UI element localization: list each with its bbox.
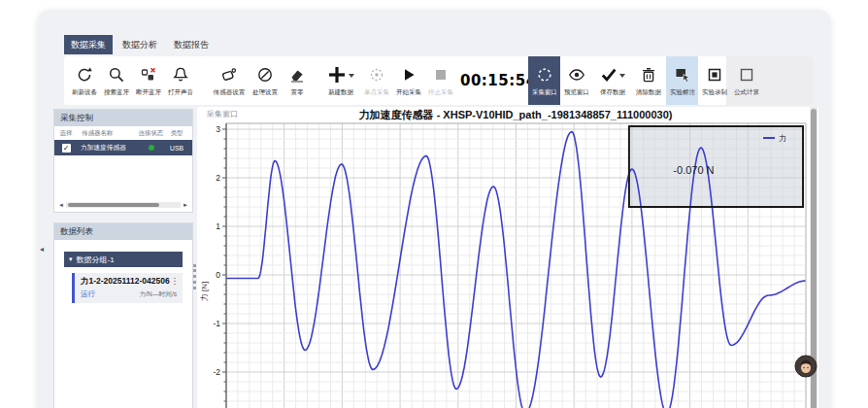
data-group-header[interactable]: ▾数据分组-1: [64, 252, 183, 267]
refresh-device-button[interactable]: 刷新设备: [68, 56, 100, 105]
stop-collect-button[interactable]: 停止采集: [424, 56, 456, 105]
y-tick-label: 1: [216, 221, 220, 231]
dataset-name: 力1-2-20251112-042506: [81, 276, 170, 288]
set-zero-button[interactable]: 置零: [281, 56, 313, 105]
column-header: 传感器名称: [82, 129, 128, 138]
play-icon: [400, 65, 417, 85]
sidebar-collapse-icon[interactable]: ◂: [40, 245, 44, 254]
bt-disconnect-icon: [140, 65, 157, 85]
column-header: 连接状态: [136, 129, 166, 138]
dataset-axes-label: 力/N—时间/s: [139, 290, 177, 299]
acquisition-chart[interactable]: 3210-1-2 力加速度传感器 - XHSP-V10HID_path_-198…: [197, 107, 818, 408]
toolbar-button-label: 清除数据: [635, 86, 660, 95]
refresh-icon: [76, 65, 93, 85]
sensor-table-header: 选择传感器名称连接状态类型: [54, 126, 192, 140]
plus-icon: [327, 65, 354, 85]
bell-icon: [172, 65, 189, 85]
stop-icon: [432, 65, 450, 85]
caret-down-icon[interactable]: [619, 74, 625, 78]
scroll-right-icon[interactable]: ►: [183, 201, 188, 209]
eye-icon: [568, 65, 585, 85]
experiment-record-button[interactable]: 实验录制: [698, 56, 730, 105]
sensor-table: 选择传感器名称连接状态类型✓力加速度传感器USB: [54, 126, 192, 155]
dashed-circle-icon: [536, 65, 553, 85]
toolbar-button-label: 预览窗口: [563, 86, 588, 95]
toolbar-button-label: 公式计算: [733, 86, 758, 95]
person-face-icon: [794, 355, 818, 378]
toolbar-group-windows: 采集窗口预览窗口保存数据清除数据: [528, 56, 664, 105]
hscroll-track[interactable]: [66, 202, 181, 208]
toolbar-button-label: 打开声音: [167, 86, 192, 95]
toolbar-group-settings: 传感器设置处理设置置零: [209, 56, 313, 105]
check-icon: [600, 65, 625, 85]
toolbar: 刷新设备搜索蓝牙断开蓝牙打开声音传感器设置处理设置置零新建数据单点采集开始采集停…: [64, 56, 814, 105]
disconnect-bluetooth-button[interactable]: 断开蓝牙: [132, 56, 164, 105]
search-bluetooth-button[interactable]: 搜索蓝牙: [100, 56, 132, 105]
chart-title: 力加速度传感器 - XHSP-V10HID_path_-1981348857_1…: [358, 109, 673, 120]
scroll-left-icon[interactable]: ◄: [58, 201, 64, 209]
save-data-button[interactable]: 保存数据: [592, 56, 632, 105]
trash-icon: [640, 65, 657, 85]
single-collect-button[interactable]: 单点采集: [360, 56, 392, 105]
start-collect-button[interactable]: 开始采集: [392, 56, 424, 105]
sensor-type: USB: [170, 144, 189, 152]
y-tick-label: 2: [216, 173, 220, 183]
sensor-row[interactable]: ✓力加速度传感器USB: [54, 140, 192, 155]
y-tick-label: -2: [213, 367, 220, 377]
chart-panel: 采集窗口 3210-1-2 力加速度传感器 - XHSP-V10HID_path…: [197, 107, 818, 408]
collect-control-title: 采集控制: [54, 110, 192, 126]
experiment-annotate-button[interactable]: 实验标注: [666, 56, 698, 105]
tab-data-analysis[interactable]: 数据分析: [116, 35, 164, 54]
y-tick-label: 0: [216, 270, 220, 280]
chevron-down-icon[interactable]: ▾: [69, 255, 73, 263]
data-list-body: ▾数据分组-1力1-2-20251112-042506⋮运行力/N—时间/s: [54, 240, 192, 303]
compass-icon: [256, 65, 274, 85]
new-data-button[interactable]: 新建数据: [320, 56, 360, 105]
eraser-icon: [288, 65, 306, 85]
sensor-checkbox[interactable]: ✓: [62, 144, 71, 153]
data-list-title: 数据列表: [54, 223, 192, 240]
search-icon: [108, 65, 125, 85]
preview-window-button[interactable]: 预览窗口: [560, 56, 592, 105]
toolbar-button-label: 置零: [290, 86, 303, 95]
column-header: 选择: [56, 129, 76, 138]
toolbar-button-label: 搜索蓝牙: [103, 86, 128, 95]
connection-status-dot: [149, 145, 154, 151]
data-list-item[interactable]: 力1-2-20251112-042506⋮运行力/N—时间/s: [72, 273, 183, 303]
kebab-menu-icon[interactable]: ⋮: [171, 276, 180, 288]
collect-control-panel: 采集控制 选择传感器名称连接状态类型✓力加速度传感器USB ◄ ►: [53, 109, 193, 213]
data-group-label: 数据分组-1: [77, 255, 115, 265]
toolbar-button-label: 保存数据: [599, 86, 624, 95]
record-icon: [706, 65, 723, 85]
toolbar-group-device: 刷新设备搜索蓝牙断开蓝牙打开声音: [68, 56, 196, 105]
toolbar-button-label: 停止采集: [427, 86, 452, 95]
annotate-icon: [674, 65, 691, 85]
tab-bar: 数据采集数据分析数据报告: [64, 35, 216, 54]
clear-data-button[interactable]: 清除数据: [632, 56, 664, 105]
point-icon: [368, 65, 385, 85]
process-settings-button[interactable]: 处理设置: [249, 56, 281, 105]
toolbar-button-label: 采集窗口: [531, 86, 556, 95]
data-list-panel: 数据列表 ▾数据分组-1力1-2-20251112-042506⋮运行力/N—时…: [53, 222, 193, 408]
tab-data-collect[interactable]: 数据采集: [64, 35, 113, 54]
panel-splitter[interactable]: [193, 264, 196, 289]
dataset-status: 运行: [81, 289, 95, 299]
assistant-avatar[interactable]: [794, 355, 818, 378]
collect-window-button[interactable]: 采集窗口: [528, 56, 560, 105]
y-tick-label: -1: [213, 319, 220, 328]
column-header: 类型: [171, 129, 189, 138]
sensor-table-hscrollbar[interactable]: ◄ ►: [58, 201, 188, 209]
tab-data-report[interactable]: 数据报告: [167, 35, 216, 54]
app-window: ◂ 数据采集数据分析数据报告 刷新设备搜索蓝牙断开蓝牙打开声音传感器设置处理设置…: [37, 10, 831, 408]
toolbar-group-acquisition: 新建数据单点采集开始采集停止采集: [320, 56, 456, 105]
toolbar-button-label: 刷新设备: [71, 86, 96, 95]
formula-calc-button[interactable]: 公式计算: [730, 56, 762, 105]
toolbar-button-label: 断开蓝牙: [135, 86, 160, 95]
toolbar-button-label: 传感器设置: [213, 86, 245, 95]
hscroll-thumb[interactable]: [68, 203, 159, 207]
toolbar-group-experiment: 实验标注实验录制公式计算: [666, 56, 762, 105]
open-sound-button[interactable]: 打开声音: [164, 56, 196, 105]
sensor-settings-button[interactable]: 传感器设置: [209, 56, 249, 105]
caret-down-icon[interactable]: [349, 74, 354, 78]
sensor-icon: [220, 65, 238, 85]
